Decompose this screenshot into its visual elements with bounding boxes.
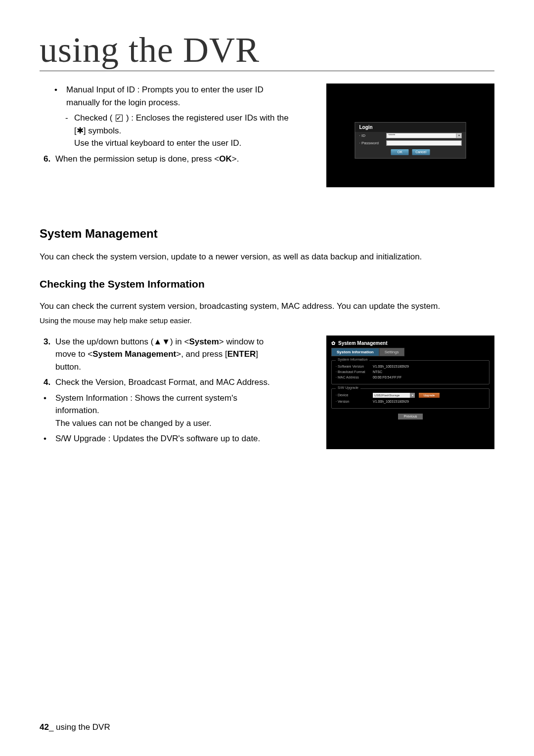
label-mac-address: · MAC Address <box>336 376 373 379</box>
label-version: · Version <box>336 400 373 403</box>
value-broadcast-format: NTSC <box>373 370 382 374</box>
page-footer: 42_ using the DVR <box>40 722 110 732</box>
chevron-down-icon[interactable]: ▾ <box>456 133 461 138</box>
checkbox-icon <box>116 115 123 122</box>
login-id-dropdown[interactable]: ***** ▾ <box>387 133 462 138</box>
step3-c: > window to <box>219 337 264 346</box>
step3-g: ENTER <box>227 349 256 359</box>
legend-sw-upgrade: S/W Upgrade <box>336 386 360 389</box>
bullet-sysinfo-l1: System Information : Shows the current s… <box>55 393 237 403</box>
system-management-intro: You can check the system version, update… <box>40 251 494 263</box>
value-software-version: V1.00h_100315180929 <box>373 365 409 368</box>
ok-button[interactable]: OK <box>391 149 409 155</box>
panel-title: System Management <box>338 340 387 346</box>
mid-left-text: 3. Use the up/down buttons (▲▼) in <Syst… <box>40 336 316 449</box>
bullet-manual-input-l2: manually for the login process. <box>66 98 180 107</box>
label-software-version: · Software Version <box>336 365 373 368</box>
tab-system-information[interactable]: System Information <box>331 348 379 356</box>
checking-system-info-heading: Checking the System Information <box>40 278 494 290</box>
footer-text: using the DVR <box>56 722 110 732</box>
footer-sep: _ <box>49 722 56 732</box>
step3-e: System Management <box>92 349 176 359</box>
bullet-swupgrade: S/W Upgrade : Updates the DVR's software… <box>55 432 316 445</box>
bullet-sysinfo-l2: information. <box>55 406 99 415</box>
sw-upgrade-group: S/W Upgrade · Device USB2FlashStorage ▾ … <box>331 388 490 409</box>
login-password-label: · Password <box>359 141 387 145</box>
sub-checked-l2: [✱] symbols. <box>74 126 121 135</box>
step6-pre: When the permission setup is done, press… <box>55 154 219 164</box>
step3-d: move to < <box>55 349 92 359</box>
login-title: Login <box>356 123 466 132</box>
sub-checked-pre: Checked ( <box>74 113 112 123</box>
step6-post: >. <box>232 154 239 164</box>
login-password-input[interactable] <box>387 140 462 146</box>
tab-settings[interactable]: Settings <box>379 348 404 356</box>
page-title: using the DVR <box>40 30 494 71</box>
value-version: V1.00h_100315180929 <box>373 400 409 403</box>
step3-a: Use the up/down buttons (▲▼) in < <box>55 337 189 346</box>
gear-icon: ✿ <box>331 340 336 345</box>
device-dropdown[interactable]: USB2FlashStorage ▾ <box>373 393 415 398</box>
login-id-label: · ID <box>359 133 387 138</box>
login-screenshot: Login · ID ***** ▾ · Password OK Cancel <box>326 84 494 187</box>
login-dialog: Login · ID ***** ▾ · Password OK Cancel <box>355 122 466 159</box>
top-text-block: • Manual Input of ID : Prompts you to en… <box>40 84 316 187</box>
previous-button[interactable]: Previous <box>398 414 423 420</box>
step3-b: System <box>189 337 219 346</box>
legend-system-information: System Information <box>336 358 369 361</box>
step3-i: button. <box>55 362 81 372</box>
upgrade-button[interactable]: Upgrade <box>419 393 440 398</box>
bullet-manual-input-l1: Manual Input of ID : Prompts you to ente… <box>66 85 264 94</box>
sub-checked-post: ) : Encloses the registered user IDs wit… <box>126 113 289 123</box>
step3-h: ] <box>256 349 258 359</box>
bullet-sysinfo-l3: The values can not be changed by a user. <box>55 419 212 428</box>
device-value: USB2FlashStorage <box>374 394 400 397</box>
step6-ok: OK <box>219 154 232 164</box>
system-information-group: System Information · Software Version V1… <box>331 360 490 384</box>
system-management-screenshot: ✿ System Management System Information S… <box>326 336 494 449</box>
chevron-down-icon[interactable]: ▾ <box>410 393 415 398</box>
value-mac-address: 00:00:F0:54:FF:FF <box>373 376 401 379</box>
login-id-value: ***** <box>389 133 396 137</box>
label-device: · Device <box>336 393 373 397</box>
page-number: 42 <box>40 722 49 732</box>
cancel-button[interactable]: Cancel <box>412 149 430 155</box>
label-broadcast-format: · Broadcast Format <box>336 370 373 374</box>
checking-desc2: Using the mouse may help make setup easi… <box>40 315 494 327</box>
checking-desc1: You can check the current system version… <box>40 300 494 313</box>
step4-text: Check the Version, Broadcast Format, and… <box>55 376 316 389</box>
step3-f: >, and press [ <box>176 349 227 359</box>
system-management-heading: System Management <box>40 227 494 241</box>
sub-checked-l3: Use the virtual keyboard to enter the us… <box>74 138 241 148</box>
